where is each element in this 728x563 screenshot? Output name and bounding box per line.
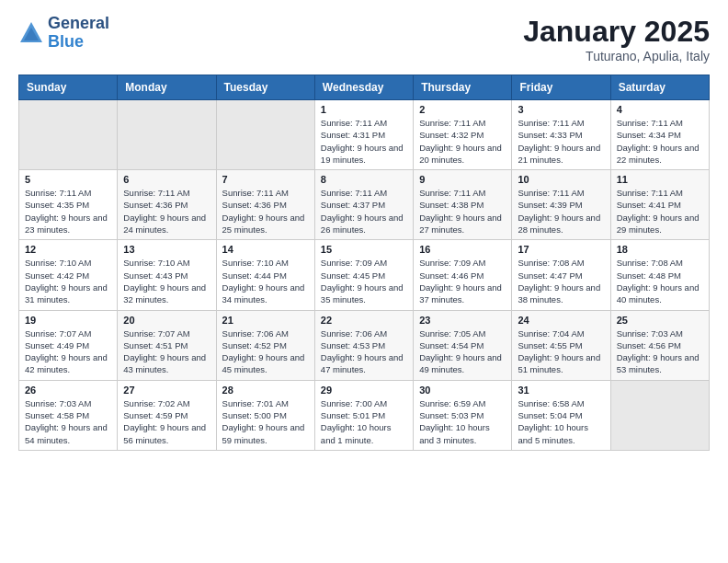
logo-blue: Blue: [48, 33, 109, 52]
calendar-cell: 14Sunrise: 7:10 AM Sunset: 4:44 PM Dayli…: [216, 240, 314, 310]
day-info: Sunrise: 7:10 AM Sunset: 4:44 PM Dayligh…: [222, 257, 309, 305]
day-number: 17: [518, 244, 604, 255]
day-number: 24: [518, 315, 604, 326]
day-info: Sunrise: 6:58 AM Sunset: 5:04 PM Dayligh…: [518, 397, 604, 446]
day-info: Sunrise: 7:11 AM Sunset: 4:38 PM Dayligh…: [419, 187, 506, 236]
day-number: 7: [222, 174, 309, 185]
calendar-cell: 2Sunrise: 7:11 AM Sunset: 4:32 PM Daylig…: [414, 100, 512, 170]
day-info: Sunrise: 7:11 AM Sunset: 4:41 PM Dayligh…: [617, 187, 703, 236]
page: General Blue January 2025 Tuturano, Apul…: [0, 0, 728, 469]
day-number: 20: [123, 315, 210, 326]
calendar-cell: 7Sunrise: 7:11 AM Sunset: 4:36 PM Daylig…: [216, 170, 314, 240]
day-info: Sunrise: 7:07 AM Sunset: 4:49 PM Dayligh…: [25, 327, 111, 376]
calendar-cell: [610, 380, 709, 450]
weekday-header-row: SundayMondayTuesdayWednesdayThursdayFrid…: [19, 75, 710, 100]
day-number: 31: [518, 385, 604, 396]
day-number: 21: [222, 315, 309, 326]
day-number: 30: [419, 385, 506, 396]
day-info: Sunrise: 7:01 AM Sunset: 5:00 PM Dayligh…: [222, 397, 309, 446]
month-title: January 2025: [523, 15, 710, 49]
day-info: Sunrise: 7:04 AM Sunset: 4:55 PM Dayligh…: [518, 327, 604, 376]
day-info: Sunrise: 7:11 AM Sunset: 4:36 PM Dayligh…: [123, 187, 210, 236]
calendar-cell: 12Sunrise: 7:10 AM Sunset: 4:42 PM Dayli…: [19, 240, 118, 310]
day-number: 13: [123, 244, 210, 255]
logo-text: General Blue: [48, 15, 109, 52]
week-row-3: 12Sunrise: 7:10 AM Sunset: 4:42 PM Dayli…: [19, 240, 710, 310]
logo-general: General: [48, 15, 109, 33]
day-info: Sunrise: 7:11 AM Sunset: 4:36 PM Dayligh…: [222, 187, 309, 236]
week-row-5: 26Sunrise: 7:03 AM Sunset: 4:58 PM Dayli…: [19, 380, 710, 450]
day-number: 28: [222, 385, 309, 396]
day-number: 4: [617, 104, 703, 115]
day-number: 10: [518, 174, 604, 185]
calendar-cell: 15Sunrise: 7:09 AM Sunset: 4:45 PM Dayli…: [314, 240, 413, 310]
day-number: 1: [321, 104, 407, 115]
day-info: Sunrise: 7:06 AM Sunset: 4:52 PM Dayligh…: [222, 327, 309, 376]
day-number: 5: [25, 174, 111, 185]
logo-icon: [18, 20, 44, 46]
calendar-cell: 23Sunrise: 7:05 AM Sunset: 4:54 PM Dayli…: [414, 310, 512, 380]
calendar-table: SundayMondayTuesdayWednesdayThursdayFrid…: [18, 75, 710, 451]
calendar-cell: 11Sunrise: 7:11 AM Sunset: 4:41 PM Dayli…: [610, 170, 709, 240]
calendar-cell: 26Sunrise: 7:03 AM Sunset: 4:58 PM Dayli…: [19, 380, 118, 450]
calendar-cell: 8Sunrise: 7:11 AM Sunset: 4:37 PM Daylig…: [314, 170, 413, 240]
header: General Blue January 2025 Tuturano, Apul…: [18, 15, 710, 63]
day-number: 25: [617, 315, 703, 326]
day-number: 16: [419, 244, 506, 255]
calendar-cell: 1Sunrise: 7:11 AM Sunset: 4:31 PM Daylig…: [314, 100, 413, 170]
day-info: Sunrise: 7:08 AM Sunset: 4:48 PM Dayligh…: [617, 257, 703, 305]
day-info: Sunrise: 7:00 AM Sunset: 5:01 PM Dayligh…: [321, 397, 407, 446]
calendar-cell: 16Sunrise: 7:09 AM Sunset: 4:46 PM Dayli…: [414, 240, 512, 310]
day-info: Sunrise: 7:09 AM Sunset: 4:46 PM Dayligh…: [419, 257, 506, 305]
calendar-cell: 21Sunrise: 7:06 AM Sunset: 4:52 PM Dayli…: [216, 310, 314, 380]
day-info: Sunrise: 7:11 AM Sunset: 4:31 PM Dayligh…: [321, 117, 407, 166]
day-number: 12: [25, 244, 111, 255]
location: Tuturano, Apulia, Italy: [523, 49, 710, 63]
calendar-cell: 27Sunrise: 7:02 AM Sunset: 4:59 PM Dayli…: [118, 380, 216, 450]
calendar-cell: [19, 100, 118, 170]
day-number: 8: [321, 174, 407, 185]
day-number: 3: [518, 104, 604, 115]
weekday-header-wednesday: Wednesday: [314, 75, 413, 100]
weekday-header-monday: Monday: [118, 75, 216, 100]
title-block: January 2025 Tuturano, Apulia, Italy: [523, 15, 710, 63]
calendar-cell: [118, 100, 216, 170]
weekday-header-tuesday: Tuesday: [216, 75, 314, 100]
day-info: Sunrise: 7:11 AM Sunset: 4:32 PM Dayligh…: [419, 117, 506, 166]
calendar-cell: [216, 100, 314, 170]
day-info: Sunrise: 6:59 AM Sunset: 5:03 PM Dayligh…: [419, 397, 506, 446]
day-info: Sunrise: 7:02 AM Sunset: 4:59 PM Dayligh…: [123, 397, 210, 446]
day-info: Sunrise: 7:03 AM Sunset: 4:58 PM Dayligh…: [25, 397, 111, 446]
day-number: 22: [321, 315, 407, 326]
day-number: 19: [25, 315, 111, 326]
day-info: Sunrise: 7:05 AM Sunset: 4:54 PM Dayligh…: [419, 327, 506, 376]
day-number: 26: [25, 385, 111, 396]
day-info: Sunrise: 7:06 AM Sunset: 4:53 PM Dayligh…: [321, 327, 407, 376]
weekday-header-friday: Friday: [512, 75, 610, 100]
logo: General Blue: [18, 15, 109, 52]
calendar-cell: 9Sunrise: 7:11 AM Sunset: 4:38 PM Daylig…: [414, 170, 512, 240]
calendar-cell: 30Sunrise: 6:59 AM Sunset: 5:03 PM Dayli…: [414, 380, 512, 450]
day-info: Sunrise: 7:11 AM Sunset: 4:34 PM Dayligh…: [617, 117, 703, 166]
weekday-header-saturday: Saturday: [610, 75, 709, 100]
calendar-cell: 29Sunrise: 7:00 AM Sunset: 5:01 PM Dayli…: [314, 380, 413, 450]
day-number: 6: [123, 174, 210, 185]
calendar-cell: 31Sunrise: 6:58 AM Sunset: 5:04 PM Dayli…: [512, 380, 610, 450]
week-row-4: 19Sunrise: 7:07 AM Sunset: 4:49 PM Dayli…: [19, 310, 710, 380]
calendar-cell: 5Sunrise: 7:11 AM Sunset: 4:35 PM Daylig…: [19, 170, 118, 240]
weekday-header-sunday: Sunday: [19, 75, 118, 100]
day-info: Sunrise: 7:10 AM Sunset: 4:42 PM Dayligh…: [25, 257, 111, 305]
day-info: Sunrise: 7:09 AM Sunset: 4:45 PM Dayligh…: [321, 257, 407, 305]
day-info: Sunrise: 7:08 AM Sunset: 4:47 PM Dayligh…: [518, 257, 604, 305]
day-info: Sunrise: 7:11 AM Sunset: 4:35 PM Dayligh…: [25, 187, 111, 236]
day-number: 11: [617, 174, 703, 185]
week-row-1: 1Sunrise: 7:11 AM Sunset: 4:31 PM Daylig…: [19, 100, 710, 170]
calendar-cell: 13Sunrise: 7:10 AM Sunset: 4:43 PM Dayli…: [118, 240, 216, 310]
calendar-cell: 25Sunrise: 7:03 AM Sunset: 4:56 PM Dayli…: [610, 310, 709, 380]
day-number: 18: [617, 244, 703, 255]
day-number: 27: [123, 385, 210, 396]
day-info: Sunrise: 7:10 AM Sunset: 4:43 PM Dayligh…: [123, 257, 210, 305]
day-number: 23: [419, 315, 506, 326]
calendar-cell: 28Sunrise: 7:01 AM Sunset: 5:00 PM Dayli…: [216, 380, 314, 450]
day-number: 15: [321, 244, 407, 255]
